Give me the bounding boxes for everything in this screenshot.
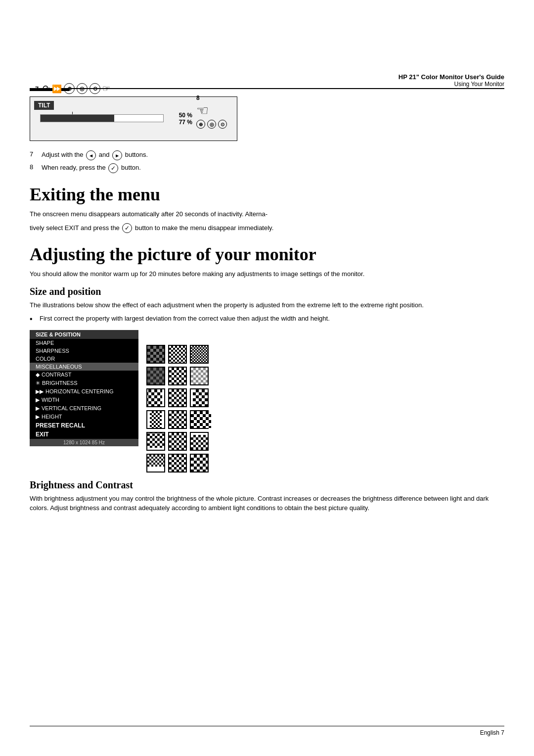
preview-row-brightness bbox=[146, 367, 209, 385]
height-preview-left bbox=[146, 454, 165, 472]
brightness-contrast-body: With brightness adjustment you may contr… bbox=[30, 494, 504, 513]
height-icon: ▶ bbox=[36, 414, 40, 420]
bottom-rule bbox=[30, 726, 504, 726]
tilt-label: TILT bbox=[34, 101, 54, 110]
preview-row-hcenter bbox=[146, 388, 209, 407]
preview-grids-area bbox=[146, 345, 209, 472]
progress-bar-area bbox=[40, 114, 178, 122]
step7-line: 7 Adjust with the ◄ and ► buttons. bbox=[30, 150, 504, 160]
exiting-menu-body1: The onscreen menu disappears automatical… bbox=[30, 209, 504, 219]
diagram-box: 7 ↷ ⏩ ⊕ ◎ ⊙ ☞ TILT ↓ bbox=[30, 96, 237, 141]
small-icons-row: ⊕ ◎ ⊙ bbox=[196, 120, 227, 129]
preview-row-vcenter bbox=[146, 432, 209, 451]
contrast-preview-right bbox=[190, 345, 209, 364]
width-preview-left bbox=[146, 410, 165, 429]
osd-item-vcenter: ▶ VERTICAL CENTERING bbox=[30, 404, 138, 413]
bullet-dot: • bbox=[30, 314, 40, 325]
page-footer: English 7 bbox=[30, 729, 504, 736]
adjusting-title: Adjusting the picture of your monitor bbox=[30, 244, 504, 265]
sm-icon2: ◎ bbox=[207, 120, 216, 129]
height-preview-right bbox=[190, 454, 209, 472]
sm-icon1: ⊕ bbox=[196, 120, 205, 129]
step8-area: 8 ☜ ⊕ ◎ ⊙ bbox=[196, 94, 227, 129]
progress-bar-bg bbox=[40, 114, 164, 122]
step7-text: Adjust with the ◄ and ► buttons. bbox=[42, 150, 504, 160]
step8-text: When ready, press the ✓ button. bbox=[42, 163, 504, 173]
vcenter-preview-mid bbox=[168, 432, 187, 451]
brightness-preview-mid bbox=[168, 367, 187, 385]
brightness-preview-left bbox=[146, 367, 165, 385]
contrast-preview-left bbox=[146, 345, 165, 364]
hcenter-icon: ▶▶ bbox=[36, 388, 44, 395]
osd-item-hcenter: ▶▶ HORIZONTAL CENTERING bbox=[30, 387, 138, 396]
osd-item-sharpness: SHARPNESS bbox=[30, 347, 138, 355]
exiting-menu-body2: tively select EXIT and press the ✓ butto… bbox=[30, 223, 504, 234]
osd-item-shape: SHAPE bbox=[30, 339, 138, 347]
header-area: HP 21" Color Monitor User's Guide Using … bbox=[399, 73, 504, 88]
hand-icon-top: ☞ bbox=[102, 83, 110, 94]
step8-number: 8 bbox=[30, 163, 42, 171]
preview-row-height bbox=[146, 454, 209, 472]
osd-menu: SIZE & POSITION SHAPE SHARPNESS COLOR MI… bbox=[30, 330, 138, 446]
height-preview-mid bbox=[168, 454, 187, 472]
hand-icon-right: ☜ bbox=[196, 102, 227, 119]
header-subtitle: Using Your Monitor bbox=[399, 81, 504, 88]
monitor-diagram: 7 ↷ ⏩ ⊕ ◎ ⊙ ☞ TILT ↓ bbox=[30, 96, 504, 142]
osd-item-contrast: ◆ CONTRAST bbox=[30, 371, 138, 379]
hcenter-preview-right bbox=[190, 388, 209, 407]
osd-item-height: ▶ HEIGHT bbox=[30, 413, 138, 421]
osd-item-width: ▶ WIDTH bbox=[30, 396, 138, 404]
vcenter-icon: ▶ bbox=[36, 405, 40, 412]
circle-power-icon: ⊙ bbox=[89, 83, 100, 94]
menu-ok-icon: ✓ bbox=[122, 223, 132, 233]
circle-plus-icon: ⊕ bbox=[64, 83, 75, 94]
brightness-contrast-title: Brightness and Contrast bbox=[30, 479, 504, 491]
width-preview-mid bbox=[168, 410, 187, 429]
size-position-body: The illustrations below show the effect … bbox=[30, 300, 504, 310]
exiting-menu-title: Exiting the menu bbox=[30, 184, 504, 205]
top-icons-row: 7 ↷ ⏩ ⊕ ◎ ⊙ ☞ bbox=[35, 83, 110, 94]
step7-num: 7 bbox=[35, 85, 39, 93]
bullet-item: • First correct the property with larges… bbox=[30, 314, 504, 325]
hcenter-preview-mid bbox=[168, 388, 187, 407]
hcenter-preview-left bbox=[146, 388, 165, 407]
page-container: HP 21" Color Monitor User's Guide Using … bbox=[0, 0, 534, 756]
osd-footer: 1280 x 1024 85 Hz bbox=[30, 439, 138, 446]
osd-item-brightness: ✳ BRIGHTNESS bbox=[30, 379, 138, 387]
width-preview-right bbox=[190, 410, 209, 429]
step7-number: 7 bbox=[30, 150, 42, 158]
vcenter-preview-right bbox=[190, 432, 209, 451]
preview-row-contrast bbox=[146, 345, 209, 364]
preview-row-width bbox=[146, 410, 209, 429]
brightness-preview-right bbox=[190, 367, 209, 385]
j-icon: ⏩ bbox=[52, 84, 62, 94]
size-position-title: Size and position bbox=[30, 286, 504, 297]
content-area: 7 ↷ ⏩ ⊕ ◎ ⊙ ☞ TILT ↓ bbox=[30, 92, 504, 517]
osd-header: SIZE & POSITION bbox=[30, 330, 138, 339]
brightness-icon: ✳ bbox=[36, 380, 40, 386]
footer-text: English 7 bbox=[480, 729, 504, 736]
percent2: 77 % bbox=[179, 119, 192, 126]
right-btn-icon: ► bbox=[112, 150, 122, 160]
ok-btn-icon: ✓ bbox=[108, 163, 118, 173]
osd-item-preset: PRESET RECALL bbox=[30, 421, 138, 430]
adjusting-body: You should allow the monitor warm up for… bbox=[30, 269, 504, 279]
contrast-preview-mid bbox=[168, 345, 187, 364]
osd-item-color: COLOR bbox=[30, 355, 138, 363]
step8-line: 8 When ready, press the ✓ button. bbox=[30, 163, 504, 173]
osd-item-exit: EXIT bbox=[30, 430, 138, 439]
sm-icon3: ⊙ bbox=[218, 120, 227, 129]
osd-section: SIZE & POSITION SHAPE SHARPNESS COLOR MI… bbox=[30, 330, 504, 472]
arrow-icon: ↷ bbox=[43, 83, 50, 94]
width-icon: ▶ bbox=[36, 397, 40, 403]
contrast-icon: ◆ bbox=[36, 372, 40, 378]
osd-item-misc: MISCELLANEOUS bbox=[30, 363, 138, 371]
left-btn-icon: ◄ bbox=[86, 150, 96, 160]
circle-dot-icon: ◎ bbox=[77, 83, 88, 94]
bullet-text: First correct the property with largest … bbox=[40, 314, 330, 324]
percent1: 50 % bbox=[179, 112, 192, 119]
percent-labels: 50 % 77 % bbox=[179, 112, 192, 126]
step8-num: 8 bbox=[196, 94, 227, 101]
header-title: HP 21" Color Monitor User's Guide bbox=[399, 73, 504, 81]
progress-bar-fill bbox=[41, 115, 114, 122]
